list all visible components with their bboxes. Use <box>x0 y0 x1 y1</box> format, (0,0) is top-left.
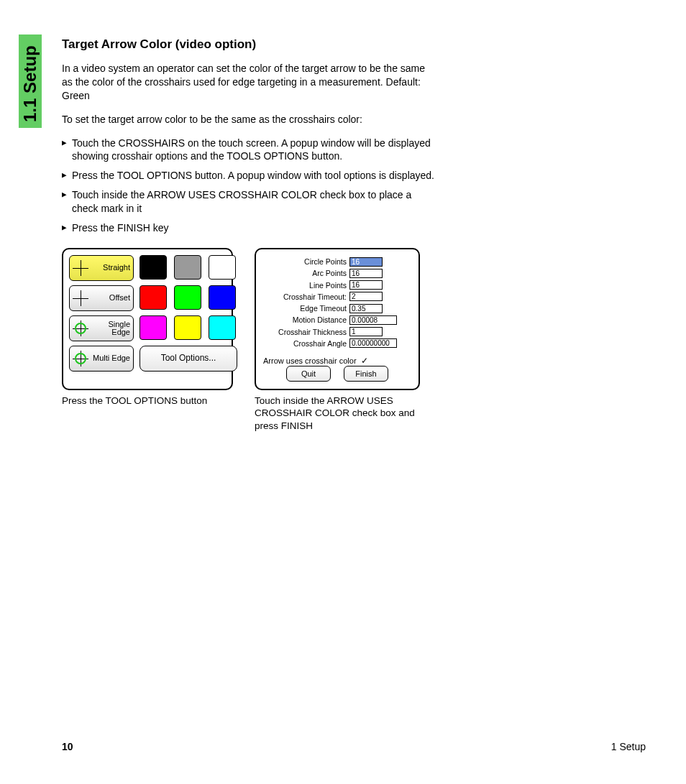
dialog-buttons: Quit Finish <box>263 366 411 383</box>
tool-options-dialog: Circle Points 16 Arc Points 16 Line Poin… <box>255 248 420 390</box>
crosshair-icon <box>73 260 88 276</box>
color-swatch[interactable] <box>209 255 236 280</box>
dialog-row: Motion Distance 0.00008 <box>263 315 411 325</box>
mode-label: Straight <box>90 264 130 272</box>
crosshair-thickness-input[interactable]: 1 <box>349 327 383 336</box>
instruction-lead: To set the target arrow color to be the … <box>62 113 436 126</box>
color-swatch[interactable] <box>174 255 201 280</box>
motion-distance-input[interactable]: 0.00008 <box>349 315 397 325</box>
step-text: Press the TOOL OPTIONS button. A popup w… <box>72 169 436 183</box>
field-label: Motion Distance <box>263 315 349 324</box>
checkbox-label: Arrow uses crosshair color <box>263 356 357 365</box>
figure-1: Straight Offset Single Edge Multi Edge <box>62 248 233 407</box>
finish-button[interactable]: Finish <box>344 366 388 382</box>
color-swatch[interactable] <box>140 285 167 310</box>
field-label: Crosshair Timeout: <box>263 292 349 301</box>
crosshair-angle-input[interactable]: 0.00000000 <box>349 338 397 348</box>
arc-points-input[interactable]: 16 <box>349 269 383 278</box>
field-label: Edge Timeout <box>263 304 349 313</box>
step-text: Touch the CROSSHAIRS on the touch screen… <box>72 137 436 164</box>
dialog-row: Crosshair Thickness 1 <box>263 326 411 336</box>
step-item: ▶ Touch the CROSSHAIRS on the touch scre… <box>62 137 436 164</box>
dialog-row: Circle Points 16 <box>263 257 411 267</box>
check-icon: ✓ <box>361 356 368 366</box>
field-label: Crosshair Angle <box>263 339 349 348</box>
crosshair-ring-icon <box>73 351 88 366</box>
crosshair-timeout-input[interactable]: 2 <box>349 292 383 301</box>
field-label: Crosshair Thickness <box>263 328 349 336</box>
quit-button[interactable]: Quit <box>286 366 331 382</box>
figure-1-caption: Press the TOOL OPTIONS button <box>62 395 227 407</box>
mode-label: Multi Edge <box>90 354 130 362</box>
mode-multi-edge-button[interactable]: Multi Edge <box>69 346 134 372</box>
crosshair-palette: Straight Offset Single Edge Multi Edge <box>62 248 233 390</box>
step-item: ▶ Press the TOOL OPTIONS button. A popup… <box>62 169 436 183</box>
footer-section: 1 Setup <box>611 741 646 752</box>
step-marker-icon: ▶ <box>62 169 72 183</box>
field-label: Arc Points <box>263 269 349 277</box>
dialog-row: Edge Timeout 0.35 <box>263 303 411 313</box>
finish-label: Finish <box>355 369 376 378</box>
page-content: Target Arrow Color (video option) In a v… <box>62 37 436 433</box>
mode-label: Offset <box>90 294 130 302</box>
step-marker-icon: ▶ <box>62 221 72 235</box>
dialog-row: Line Points 16 <box>263 280 411 290</box>
step-item: ▶ Press the FINISH key <box>62 221 436 235</box>
mode-single-edge-button[interactable]: Single Edge <box>69 315 134 341</box>
dialog-row: Crosshair Timeout: 2 <box>263 292 411 302</box>
crosshair-ring-icon <box>73 320 88 336</box>
edge-timeout-input[interactable]: 0.35 <box>349 304 383 313</box>
step-marker-icon: ▶ <box>62 137 72 164</box>
figure-2-caption: Touch inside the ARROW USES CROSSHAIR CO… <box>255 395 420 433</box>
field-label: Circle Points <box>263 257 349 266</box>
field-label: Line Points <box>263 281 349 290</box>
step-text: Touch inside the ARROW USES CROSSHAIR CO… <box>72 188 436 216</box>
color-swatch[interactable] <box>209 315 236 340</box>
step-item: ▶ Touch inside the ARROW USES CROSSHAIR … <box>62 188 436 216</box>
page-number: 10 <box>62 741 73 752</box>
mode-label: Single Edge <box>90 320 130 336</box>
color-swatch[interactable] <box>140 315 167 340</box>
color-swatch[interactable] <box>174 315 201 340</box>
page-heading: Target Arrow Color (video option) <box>62 37 436 52</box>
step-marker-icon: ▶ <box>62 188 72 216</box>
quit-label: Quit <box>301 369 316 378</box>
step-list: ▶ Touch the CROSSHAIRS on the touch scre… <box>62 137 436 235</box>
mode-offset-button[interactable]: Offset <box>69 285 134 311</box>
dialog-row: Crosshair Angle 0.00000000 <box>263 338 411 349</box>
arrow-uses-crosshair-color-checkbox[interactable]: Arrow uses crosshair color ✓ <box>263 356 411 366</box>
step-text: Press the FINISH key <box>72 221 436 235</box>
line-points-input[interactable]: 16 <box>349 280 383 290</box>
dialog-row: Arc Points 16 <box>263 268 411 278</box>
mode-straight-button[interactable]: Straight <box>69 255 134 281</box>
intro-paragraph: In a video system an operator can set th… <box>62 62 436 103</box>
tool-options-button[interactable]: Tool Options... <box>140 346 237 372</box>
circle-points-input[interactable]: 16 <box>349 257 383 267</box>
figures-row: Straight Offset Single Edge Multi Edge <box>62 248 436 433</box>
tool-options-label: Tool Options... <box>161 354 216 363</box>
color-swatch[interactable] <box>140 255 167 280</box>
side-section-label: 1.1 Setup <box>20 45 40 122</box>
color-swatch[interactable] <box>209 285 236 310</box>
figure-2: Circle Points 16 Arc Points 16 Line Poin… <box>255 248 420 433</box>
crosshair-icon <box>73 290 88 306</box>
color-swatch[interactable] <box>174 285 201 310</box>
